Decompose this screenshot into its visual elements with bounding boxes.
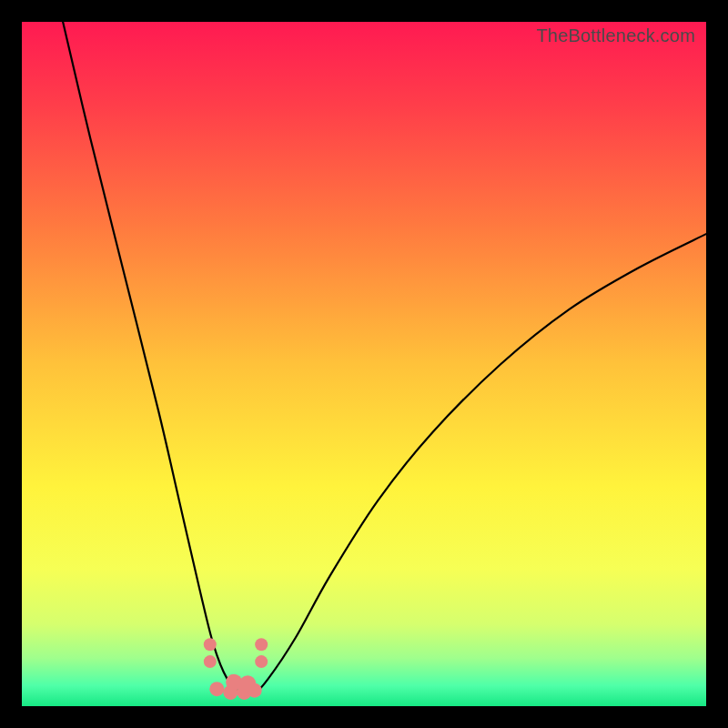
svg-point-5 [209,682,224,696]
svg-point-1 [204,638,217,651]
bottleneck-curve [22,22,706,706]
svg-point-4 [255,655,268,668]
chart-frame: TheBottleneck.com [22,22,706,706]
watermark-text: TheBottleneck.com [536,25,695,46]
svg-point-2 [204,655,217,668]
svg-point-3 [255,638,268,651]
svg-point-10 [239,675,256,692]
